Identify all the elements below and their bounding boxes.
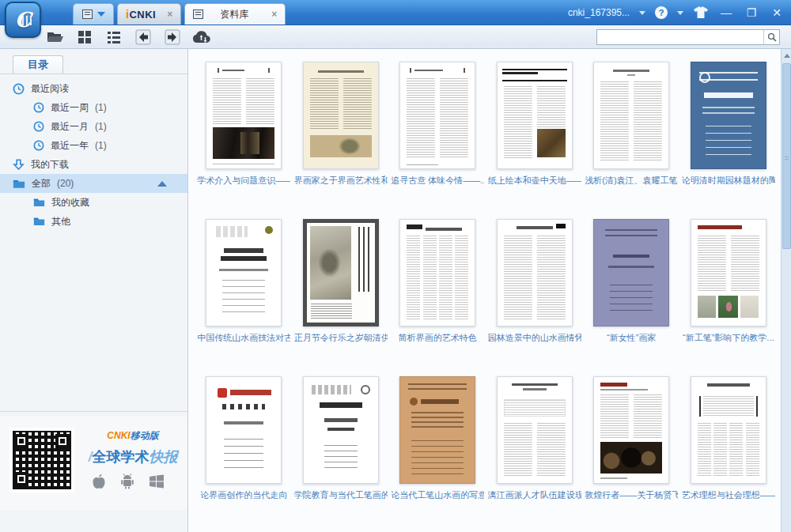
maximize-button[interactable]: ❐ (744, 6, 759, 19)
open-folder-button[interactable] (46, 28, 65, 47)
slogan: /全球学术快报 (82, 447, 184, 466)
document-thumbnail[interactable] (206, 62, 282, 169)
chevron-down-icon[interactable] (97, 12, 105, 17)
document-card[interactable]: 论明清时期园林题材的陶... (682, 62, 775, 219)
sidebar-item-my-favorites[interactable]: 我的收藏 (0, 193, 187, 212)
document-thumbnail[interactable] (399, 219, 475, 326)
help-icon[interactable]: ? (655, 6, 668, 19)
document-card[interactable]: 中国传统山水画技法对古... (197, 219, 290, 376)
document-title[interactable]: 正月节令行乐之岁朝清供 ... (294, 332, 388, 344)
document-title[interactable]: 敦煌行者——关于杨贤飞... (585, 489, 678, 501)
help-chevron-icon[interactable] (677, 11, 683, 15)
document-thumbnail[interactable] (399, 376, 475, 484)
document-thumbnail[interactable] (691, 62, 766, 169)
document-card[interactable]: 论界画创作的当代走向 (197, 376, 290, 532)
document-title[interactable]: 漓江画派人才队伍建设现... (488, 489, 581, 501)
document-card[interactable]: “新工笔”影响下的教学... (682, 219, 775, 376)
document-title[interactable]: 论明清时期园林题材的陶... (682, 175, 775, 187)
thumb-layer (699, 396, 758, 417)
account-chevron-icon[interactable] (639, 11, 645, 15)
document-card[interactable]: 论当代工笔山水画的写意... (391, 376, 484, 532)
document-card[interactable]: 漓江画派人才队伍建设现... (488, 376, 581, 532)
document-card[interactable]: “新女性”画家 (585, 219, 678, 376)
document-card[interactable]: 学术介入与问题意识——... (197, 62, 290, 219)
sidebar-item-last-year[interactable]: 最近一年 (1) (0, 136, 187, 155)
document-card[interactable]: 追寻古意 体味今情——... (391, 62, 484, 219)
document-thumbnail[interactable] (497, 219, 573, 326)
document-thumbnail[interactable] (691, 219, 766, 326)
document-title[interactable]: 艺术理想与社会理想——... (682, 489, 775, 501)
windows-icon (149, 474, 165, 489)
document-thumbnail[interactable] (399, 62, 475, 169)
document-thumbnail[interactable] (303, 219, 379, 326)
document-thumbnail[interactable] (497, 62, 573, 169)
document-title[interactable]: 园林造景中的山水画情怀 (488, 332, 581, 344)
forward-button[interactable] (163, 28, 182, 47)
grid-view-button[interactable] (75, 28, 94, 47)
document-title[interactable]: 简析界画的艺术特色 (391, 332, 484, 344)
document-thumbnail[interactable] (593, 376, 669, 484)
document-title[interactable]: 论界画创作的当代走向 (197, 489, 290, 501)
sidebar-item-recent-reading[interactable]: 最近阅读 (0, 79, 187, 98)
thumb-layer (213, 127, 274, 159)
document-title[interactable]: 界画家之于界画艺术性和... (294, 175, 388, 187)
back-button[interactable] (134, 28, 153, 47)
document-thumbnail[interactable] (303, 62, 379, 169)
tab-home[interactable] (73, 3, 114, 25)
document-title[interactable]: 学院教育与当代工笔画的... (294, 489, 388, 501)
list-view-button[interactable] (104, 28, 123, 47)
document-title[interactable]: 浅析(清)袁江、袁耀工笔界... (585, 175, 678, 187)
document-title[interactable]: 论当代工笔山水画的写意... (391, 489, 484, 501)
sidebar-item-last-month[interactable]: 最近一月 (1) (0, 117, 187, 136)
app-logo[interactable]: C (5, 2, 41, 38)
document-thumbnail[interactable] (593, 219, 669, 326)
sidebar-item-all[interactable]: 全部 (20) (0, 174, 187, 193)
document-title[interactable]: 纸上绘本和壶中天地——... (488, 175, 581, 187)
search-input[interactable] (597, 30, 763, 44)
close-tab-icon[interactable]: × (167, 9, 172, 20)
folder-icon (13, 179, 25, 189)
document-card[interactable]: 界画家之于界画艺术性和... (294, 62, 388, 219)
sidebar-item-count: (1) (95, 121, 107, 132)
scroll-up-icon[interactable] (782, 51, 791, 60)
document-card[interactable]: 纸上绘本和壶中天地——... (488, 62, 581, 219)
document-title[interactable]: 中国传统山水画技法对古... (197, 332, 290, 344)
document-thumbnail[interactable] (303, 376, 379, 484)
skin-theme-icon[interactable] (693, 6, 709, 19)
document-thumbnail[interactable] (593, 62, 669, 169)
tab-library[interactable]: 资料库 × (184, 3, 286, 25)
document-card[interactable]: 敦煌行者——关于杨贤飞... (585, 376, 678, 532)
collapse-icon[interactable] (157, 181, 167, 187)
document-thumbnail[interactable] (206, 376, 282, 484)
document-card[interactable]: 浅析(清)袁江、袁耀工笔界... (585, 62, 678, 219)
document-card[interactable]: 园林造景中的山水画情怀 (488, 219, 581, 376)
document-card[interactable]: 学院教育与当代工笔画的... (294, 376, 388, 532)
document-card[interactable]: 正月节令行乐之岁朝清供 ... (294, 219, 388, 376)
cloud-sync-button[interactable] (192, 28, 211, 47)
close-button[interactable]: ✕ (769, 6, 785, 19)
document-card[interactable]: 艺术理想与社会理想——... (682, 376, 775, 532)
document-title[interactable]: 学术介入与问题意识——... (197, 175, 290, 187)
scrollbar-thumb[interactable] (782, 63, 791, 249)
clock-icon (33, 140, 44, 151)
sidebar-item-other[interactable]: 其他 (0, 212, 187, 231)
document-title[interactable]: “新女性”画家 (585, 332, 678, 344)
search-button[interactable] (763, 30, 779, 44)
folder-icon (33, 198, 45, 207)
tab-cnki[interactable]: iCNKI × (117, 3, 181, 25)
tab-directory[interactable]: 目录 (13, 55, 63, 74)
document-title[interactable]: 追寻古意 体味今情——... (391, 175, 484, 187)
document-thumbnail[interactable] (206, 219, 282, 326)
titlebar: iCNKI × 资料库 × cnki_167395... ? — ❐ ✕ (0, 0, 791, 25)
scrollbar[interactable] (781, 49, 791, 532)
thumb-layer (318, 70, 364, 73)
document-title[interactable]: “新工笔”影响下的教学... (682, 332, 775, 344)
document-thumbnail[interactable] (691, 376, 766, 484)
minimize-button[interactable]: — (718, 6, 734, 19)
document-thumbnail[interactable] (497, 376, 573, 484)
account-name[interactable]: cnki_167395... (568, 7, 630, 18)
close-tab-icon[interactable]: × (271, 9, 277, 20)
sidebar-item-my-downloads[interactable]: 我的下载 (0, 155, 187, 174)
sidebar-item-last-week[interactable]: 最近一周 (1) (0, 98, 187, 117)
document-card[interactable]: 简析界画的艺术特色 (391, 219, 484, 376)
